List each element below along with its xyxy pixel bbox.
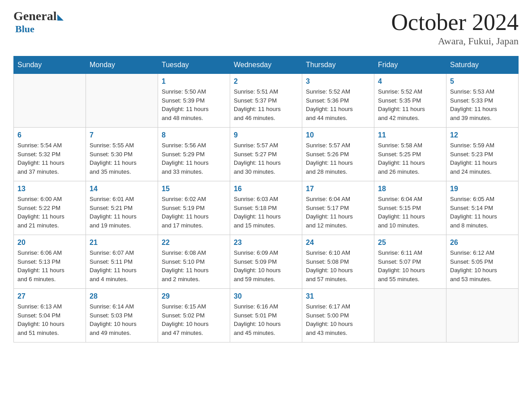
day-info: Sunrise: 5:50 AMSunset: 5:39 PMDaylight:… [162,87,226,122]
day-number: 26 [450,239,515,247]
calendar-week-1: 1Sunrise: 5:50 AMSunset: 5:39 PMDaylight… [14,74,519,128]
calendar-cell: 18Sunrise: 6:04 AMSunset: 5:15 PMDayligh… [374,181,446,235]
day-number: 24 [306,239,370,247]
calendar-cell [86,74,158,128]
calendar-cell: 9Sunrise: 5:57 AMSunset: 5:27 PMDaylight… [230,128,302,181]
calendar-cell: 8Sunrise: 5:56 AMSunset: 5:29 PMDaylight… [158,128,230,181]
day-info: Sunrise: 5:56 AMSunset: 5:29 PMDaylight:… [162,141,226,176]
logo-blue-text: Blue [15,23,34,35]
calendar-cell: 10Sunrise: 5:57 AMSunset: 5:26 PMDayligh… [302,128,374,181]
day-info: Sunrise: 5:55 AMSunset: 5:30 PMDaylight:… [90,141,154,176]
day-number: 20 [17,239,82,247]
calendar-week-4: 20Sunrise: 6:06 AMSunset: 5:13 PMDayligh… [14,235,519,289]
day-info: Sunrise: 6:00 AMSunset: 5:22 PMDaylight:… [17,195,82,230]
calendar-cell: 27Sunrise: 6:13 AMSunset: 5:04 PMDayligh… [14,289,86,342]
day-info: Sunrise: 5:52 AMSunset: 5:36 PMDaylight:… [306,87,370,122]
calendar-cell: 20Sunrise: 6:06 AMSunset: 5:13 PMDayligh… [14,235,86,289]
day-header-monday: Monday [86,56,158,74]
day-number: 30 [234,292,298,300]
calendar-cell [14,74,86,128]
day-info: Sunrise: 5:51 AMSunset: 5:37 PMDaylight:… [234,87,298,122]
day-header-saturday: Saturday [446,56,519,74]
calendar-cell: 26Sunrise: 6:12 AMSunset: 5:05 PMDayligh… [446,235,519,289]
day-number: 19 [450,185,515,193]
calendar-cell [446,289,519,342]
day-number: 22 [162,239,226,247]
day-info: Sunrise: 6:06 AMSunset: 5:13 PMDaylight:… [17,248,82,283]
day-header-friday: Friday [374,56,446,74]
calendar-cell: 2Sunrise: 5:51 AMSunset: 5:37 PMDaylight… [230,74,302,128]
calendar-week-3: 13Sunrise: 6:00 AMSunset: 5:22 PMDayligh… [14,181,519,235]
day-number: 29 [162,292,226,300]
logo-general-text: General [13,9,56,23]
day-number: 3 [306,77,370,86]
calendar-cell: 11Sunrise: 5:58 AMSunset: 5:25 PMDayligh… [374,128,446,181]
calendar-cell: 7Sunrise: 5:55 AMSunset: 5:30 PMDaylight… [86,128,158,181]
day-info: Sunrise: 6:13 AMSunset: 5:04 PMDaylight:… [17,302,82,337]
calendar-cell: 3Sunrise: 5:52 AMSunset: 5:36 PMDaylight… [302,74,374,128]
day-number: 14 [90,185,154,193]
logo-arrow-icon [57,14,64,21]
day-info: Sunrise: 6:01 AMSunset: 5:21 PMDaylight:… [90,195,154,230]
calendar-body: 1Sunrise: 5:50 AMSunset: 5:39 PMDaylight… [14,74,519,342]
day-info: Sunrise: 5:54 AMSunset: 5:32 PMDaylight:… [17,141,82,176]
day-number: 16 [234,185,298,193]
day-header-thursday: Thursday [302,56,374,74]
title-area: October 2024 Awara, Fukui, Japan [391,9,519,47]
calendar-cell: 24Sunrise: 6:10 AMSunset: 5:08 PMDayligh… [302,235,374,289]
day-number: 9 [234,131,298,139]
calendar-cell: 23Sunrise: 6:09 AMSunset: 5:09 PMDayligh… [230,235,302,289]
day-info: Sunrise: 6:05 AMSunset: 5:14 PMDaylight:… [450,195,515,230]
day-info: Sunrise: 6:04 AMSunset: 5:15 PMDaylight:… [378,195,442,230]
logo: General Blue [13,9,64,35]
calendar-cell: 28Sunrise: 6:14 AMSunset: 5:03 PMDayligh… [86,289,158,342]
day-info: Sunrise: 6:11 AMSunset: 5:07 PMDaylight:… [378,248,442,283]
day-number: 27 [17,292,82,300]
day-number: 17 [306,185,370,193]
page-header: General Blue October 2024 Awara, Fukui, … [13,9,519,47]
day-number: 13 [17,185,82,193]
location: Awara, Fukui, Japan [391,35,519,47]
day-header-sunday: Sunday [14,56,86,74]
day-number: 12 [450,131,515,139]
day-number: 6 [17,131,82,139]
day-info: Sunrise: 6:16 AMSunset: 5:01 PMDaylight:… [234,302,298,337]
day-number: 15 [162,185,226,193]
day-info: Sunrise: 6:08 AMSunset: 5:10 PMDaylight:… [162,248,226,283]
calendar-cell: 19Sunrise: 6:05 AMSunset: 5:14 PMDayligh… [446,181,519,235]
day-number: 4 [378,77,442,86]
day-number: 18 [378,185,442,193]
calendar-cell [374,289,446,342]
month-title: October 2024 [391,9,519,35]
day-number: 10 [306,131,370,139]
day-number: 5 [450,77,515,86]
calendar-cell: 29Sunrise: 6:15 AMSunset: 5:02 PMDayligh… [158,289,230,342]
day-info: Sunrise: 6:14 AMSunset: 5:03 PMDaylight:… [90,302,154,337]
calendar-cell: 30Sunrise: 6:16 AMSunset: 5:01 PMDayligh… [230,289,302,342]
day-info: Sunrise: 6:10 AMSunset: 5:08 PMDaylight:… [306,248,370,283]
calendar-cell: 5Sunrise: 5:53 AMSunset: 5:33 PMDaylight… [446,74,519,128]
day-number: 25 [378,239,442,247]
calendar-cell: 12Sunrise: 5:59 AMSunset: 5:23 PMDayligh… [446,128,519,181]
calendar-week-2: 6Sunrise: 5:54 AMSunset: 5:32 PMDaylight… [14,128,519,181]
day-info: Sunrise: 6:02 AMSunset: 5:19 PMDaylight:… [162,195,226,230]
day-info: Sunrise: 6:15 AMSunset: 5:02 PMDaylight:… [162,302,226,337]
calendar-header: SundayMondayTuesdayWednesdayThursdayFrid… [14,56,519,74]
calendar-cell: 15Sunrise: 6:02 AMSunset: 5:19 PMDayligh… [158,181,230,235]
day-info: Sunrise: 5:58 AMSunset: 5:25 PMDaylight:… [378,141,442,176]
day-info: Sunrise: 6:04 AMSunset: 5:17 PMDaylight:… [306,195,370,230]
calendar-cell: 4Sunrise: 5:52 AMSunset: 5:35 PMDaylight… [374,74,446,128]
calendar-cell: 25Sunrise: 6:11 AMSunset: 5:07 PMDayligh… [374,235,446,289]
day-number: 7 [90,131,154,139]
day-number: 31 [306,292,370,300]
day-info: Sunrise: 6:09 AMSunset: 5:09 PMDaylight:… [234,248,298,283]
day-info: Sunrise: 5:57 AMSunset: 5:27 PMDaylight:… [234,141,298,176]
day-info: Sunrise: 5:57 AMSunset: 5:26 PMDaylight:… [306,141,370,176]
day-header-tuesday: Tuesday [158,56,230,74]
calendar-cell: 6Sunrise: 5:54 AMSunset: 5:32 PMDaylight… [14,128,86,181]
day-info: Sunrise: 5:52 AMSunset: 5:35 PMDaylight:… [378,87,442,122]
calendar-cell: 13Sunrise: 6:00 AMSunset: 5:22 PMDayligh… [14,181,86,235]
day-number: 21 [90,239,154,247]
calendar-cell: 14Sunrise: 6:01 AMSunset: 5:21 PMDayligh… [86,181,158,235]
calendar-cell: 17Sunrise: 6:04 AMSunset: 5:17 PMDayligh… [302,181,374,235]
